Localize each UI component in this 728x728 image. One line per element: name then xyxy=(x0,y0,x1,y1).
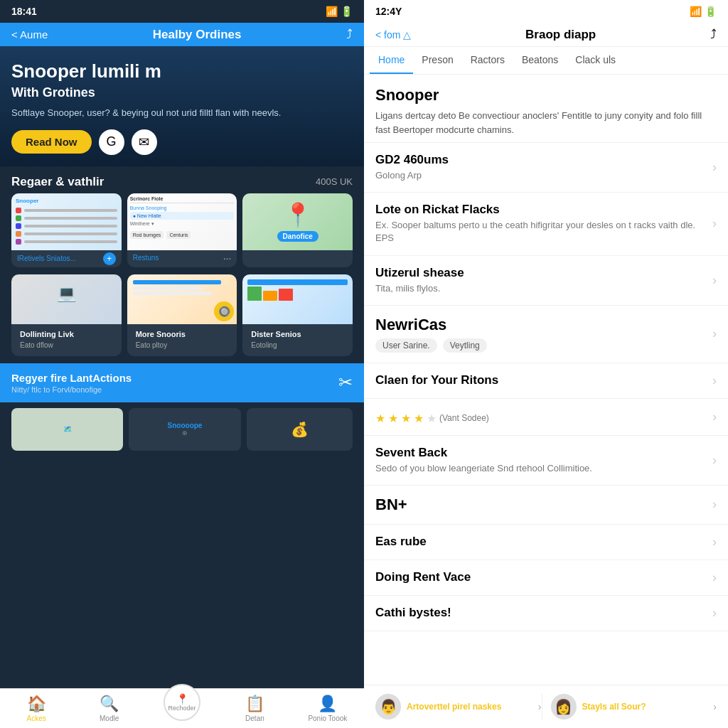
left-nav-bar: < Aume Healby Ordines ⤴ xyxy=(0,23,364,46)
chevron-right-icon: › xyxy=(712,160,717,175)
thumb-card-3-action xyxy=(242,250,353,255)
section-title: Regaer & vathlir xyxy=(11,175,104,189)
thumb-card-3[interactable]: 📍 Danofice xyxy=(242,193,353,267)
promo-avatar-right: 👩 xyxy=(551,694,577,719)
thumb-card-6[interactable]: Dister Senios Eotoling xyxy=(242,274,353,356)
thumb-card-5[interactable]: 🔘 More Snooris Eato pltoy xyxy=(127,274,237,356)
bn-section-header[interactable]: BN+ › xyxy=(364,486,728,525)
list-item-lote-title: Lote on Rickat Flacks xyxy=(375,203,705,217)
list-item-claen[interactable]: Claen for Your Ritons › xyxy=(364,363,728,399)
chevron-right-icon-4: › xyxy=(712,326,717,341)
list-item-cathi-content: Cathi bystes! xyxy=(375,606,705,620)
list-item-gd2-title: GD2 460ums xyxy=(375,153,705,167)
list-item-sevent-title: Sevent Back xyxy=(375,446,705,460)
list-item-cathi-title: Cathi bystes! xyxy=(375,606,705,620)
thumb-5-sublabel: Eato pltoy xyxy=(132,341,233,353)
section-header: Regaer & vathlir 400S UK xyxy=(0,166,364,193)
nav-item-home[interactable]: 🏠 Ackes xyxy=(0,695,73,722)
right-back-button[interactable]: < fom △ xyxy=(375,29,411,41)
chevron-right-icon-6: › xyxy=(712,410,717,424)
list-item-sevent-content: Sevent Back Sedo of you blow leangeriate… xyxy=(375,446,705,475)
hero-subtitle2: With Grotines xyxy=(11,85,353,101)
left-status-icons: 📶 🔋 xyxy=(326,6,353,17)
list-item-utizerul[interactable]: Utizerul shease Tita, milis flylos. › xyxy=(364,256,728,306)
small-thumb-3[interactable]: 💰 xyxy=(247,408,353,451)
nav-label-search: Modle xyxy=(100,714,119,722)
nav-item-profile[interactable]: 👤 Ponio Toook xyxy=(291,695,364,722)
bottom-nav: 🏠 Ackes 🔍 Modle 📍 Rechoder 📋 Detan 👤 Pon… xyxy=(0,688,364,728)
share-icon[interactable]: ✉ xyxy=(132,129,157,155)
thumb-6-sublabel: Eotoling xyxy=(247,341,348,353)
promo-title: Regyer fire LantActions xyxy=(11,372,132,384)
rating-row[interactable]: ★ ★ ★ ★ ★ (Vant Sodee) › xyxy=(364,399,728,436)
promo-text-right: Stayls all Sour? xyxy=(582,702,708,712)
intro-section: Snooper Ligans dertcay deto Be convectio… xyxy=(364,75,728,143)
center-label: Rechoder xyxy=(168,705,196,712)
tab-ractors[interactable]: Ractors xyxy=(462,47,513,74)
thumb-card-1-action: IRetivels Sniatos... + xyxy=(11,250,122,267)
star-count: (Vant Sodee) xyxy=(439,413,489,423)
small-thumbs-row: 🗺️ Snoooope ⊕ 💰 xyxy=(0,402,364,454)
list-item-eas[interactable]: Eas rube › xyxy=(364,525,728,560)
newricas-header[interactable]: NewriCas User Sarine. Veytling › xyxy=(364,306,728,363)
right-status-bar: 12:4Y 📶 🔋 xyxy=(364,0,728,23)
intro-body: Ligans dertcay deto Be convectiour anocl… xyxy=(375,109,717,136)
promo-card-left[interactable]: 👨 Artoverttel pirel naskes › xyxy=(375,694,542,719)
promo-card-right[interactable]: 👩 Stayls all Sour? › xyxy=(542,694,717,719)
bn-content: BN+ xyxy=(375,496,705,514)
tag-veytling: Veytling xyxy=(443,338,487,353)
right-export-icon[interactable]: ⤴ xyxy=(710,27,717,42)
nav-item-detail[interactable]: 📋 Detan xyxy=(218,695,291,722)
thumb-card-4[interactable]: 💻 Dollinting Livk Eato dflow xyxy=(11,274,122,356)
nav-center: 📍 Rechoder xyxy=(146,695,218,722)
left-back-button[interactable]: < Aume xyxy=(11,28,48,41)
list-item-sevent-subtitle: Sedo of you blow leangeriate Snd rtehool… xyxy=(375,462,705,475)
list-item-gd2-subtitle: Golong Arp xyxy=(375,169,705,182)
thumbnails-row-1: Snooper IRetivels Sniatos... + Scrinorc … xyxy=(0,193,364,274)
nav-center-button[interactable]: 📍 Rechoder xyxy=(164,684,200,721)
google-icon[interactable]: G xyxy=(99,129,124,155)
right-nav-title: Braop diapp xyxy=(525,28,596,42)
list-item-cathi[interactable]: Cathi bystes! › xyxy=(364,596,728,631)
promo-banner[interactable]: Regyer fire LantActions Nitty/ ftlc to F… xyxy=(0,363,364,402)
thumb-5-label: More Snooris xyxy=(132,327,233,341)
section-count: 400S UK xyxy=(316,176,353,187)
search-icon: 🔍 xyxy=(100,695,119,713)
chevron-right-icon-3: › xyxy=(712,273,717,288)
chevron-right-icon-11: › xyxy=(712,606,717,621)
list-item-lote[interactable]: Lote on Rickat Flacks Ex. Sooper baltums… xyxy=(364,193,728,255)
hero-actions: Read Now G ✉ xyxy=(11,129,353,155)
thumb-card-1[interactable]: Snooper IRetivels Sniatos... + xyxy=(11,193,122,267)
small-thumb-2[interactable]: Snoooope ⊕ xyxy=(129,408,240,451)
tab-home[interactable]: Home xyxy=(370,47,413,74)
chevron-right-icon-10: › xyxy=(712,570,717,585)
tab-clack[interactable]: Clack uls xyxy=(567,47,624,74)
thumb-card-2-dots[interactable]: ··· xyxy=(223,252,232,264)
star-4: ★ xyxy=(414,412,424,425)
thumb-card-2[interactable]: Scrinorc Fiole Bunna Snooping ● New Hlat… xyxy=(127,193,237,267)
promo-avatar-left: 👨 xyxy=(375,694,401,719)
content-area: Snooper Ligans dertcay deto Be convectio… xyxy=(364,75,728,685)
detail-icon: 📋 xyxy=(245,695,264,713)
thumb-6-label: Dister Senios xyxy=(247,327,348,341)
bn-title: BN+ xyxy=(375,496,705,514)
read-now-button[interactable]: Read Now xyxy=(11,130,92,154)
tab-preson[interactable]: Preson xyxy=(413,47,461,74)
hero-body: Softlaye Snooper, user? & beying oul not… xyxy=(11,107,353,119)
thumb-card-1-add[interactable]: + xyxy=(103,252,116,265)
thumb-card-2-action: Restuns ··· xyxy=(127,250,237,266)
list-item-utizerul-content: Utizerul shease Tita, milis flylos. xyxy=(375,266,705,295)
star-5: ★ xyxy=(427,412,437,425)
list-item-sevent[interactable]: Sevent Back Sedo of you blow leangeriate… xyxy=(364,436,728,486)
left-export-icon[interactable]: ⤴ xyxy=(346,27,353,42)
list-item-doing[interactable]: Doing Rent Vace › xyxy=(364,560,728,596)
promo-arrow-right: › xyxy=(713,701,717,712)
tab-beatons[interactable]: Beatons xyxy=(513,47,567,74)
star-2: ★ xyxy=(388,412,398,425)
nav-item-search[interactable]: 🔍 Modle xyxy=(73,695,145,722)
chevron-right-icon-5: › xyxy=(712,373,717,388)
small-thumb-1[interactable]: 🗺️ xyxy=(11,408,123,451)
right-status-icons: 📶 🔋 xyxy=(690,6,717,17)
hero-section: Snooper lumili m With Grotines Softlaye … xyxy=(0,46,364,166)
list-item-gd2[interactable]: GD2 460ums Golong Arp › xyxy=(364,143,728,193)
